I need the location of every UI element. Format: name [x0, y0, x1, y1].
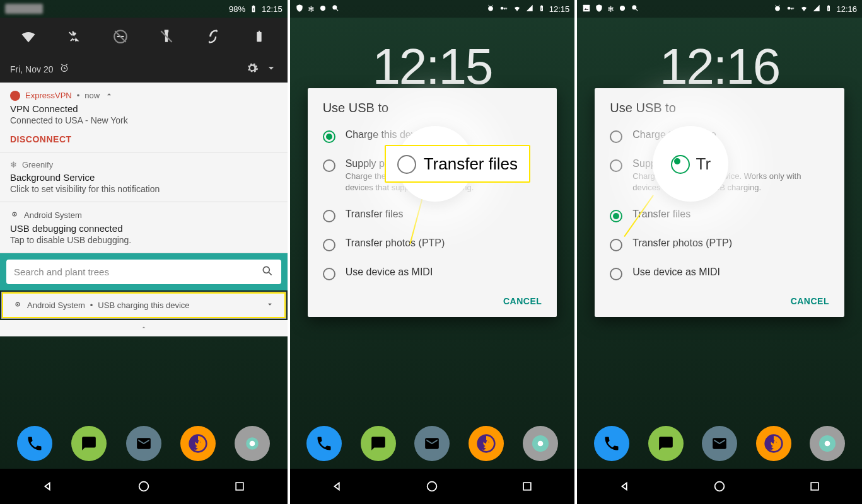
- chevron-down-icon[interactable]: [265, 300, 274, 311]
- battery-charging-icon: [538, 4, 545, 14]
- disconnect-button[interactable]: DISCONNECT: [10, 125, 277, 144]
- wifi-icon[interactable]: [18, 26, 38, 47]
- radio-icon: [610, 210, 622, 222]
- notification-title: USB debugging connected: [10, 223, 277, 234]
- mail-icon[interactable]: [126, 426, 161, 461]
- radio-icon: [323, 268, 335, 280]
- navigation-bar: [290, 469, 575, 504]
- camera-icon[interactable]: [810, 426, 845, 461]
- radio-icon: [323, 159, 335, 172]
- firefox-icon[interactable]: [469, 426, 504, 461]
- expressvpn-icon: [10, 91, 20, 101]
- messages-icon[interactable]: [361, 426, 396, 461]
- svg-point-24: [622, 7, 623, 8]
- radio-icon: [323, 239, 335, 251]
- notification-title: Background Service: [10, 172, 277, 183]
- status-bar: ❄ 12:16: [577, 0, 862, 18]
- phone-icon[interactable]: [306, 426, 342, 461]
- flashlight-off-icon[interactable]: [156, 26, 177, 47]
- collapse-icon[interactable]: [105, 90, 114, 101]
- battery-icon[interactable]: [249, 26, 269, 47]
- recent-button[interactable]: [518, 478, 536, 495]
- alarm-icon[interactable]: [59, 63, 69, 75]
- home-button[interactable]: [135, 478, 153, 495]
- status-time: 12:15: [549, 4, 570, 14]
- phone-icon[interactable]: [17, 426, 52, 461]
- svg-point-25: [632, 5, 636, 9]
- phone-icon[interactable]: [594, 426, 629, 461]
- radio-icon: [610, 159, 622, 172]
- back-button[interactable]: [616, 478, 634, 495]
- app-name: Greenify: [22, 160, 53, 169]
- messages-icon[interactable]: [648, 426, 684, 461]
- app-name: Android System: [24, 210, 82, 220]
- recent-button[interactable]: [806, 478, 824, 495]
- quick-settings: Fri, Nov 20: [0, 18, 288, 83]
- recent-button[interactable]: [231, 478, 248, 495]
- vpn-key-icon: [499, 4, 509, 14]
- svg-point-13: [322, 7, 323, 8]
- svg-point-4: [263, 266, 269, 273]
- status-time: 12:15: [262, 4, 282, 14]
- wifi-icon: [513, 4, 521, 14]
- firefox-icon[interactable]: [756, 426, 791, 461]
- search-input[interactable]: Search and plant trees: [6, 260, 281, 284]
- camera-icon[interactable]: [523, 426, 558, 461]
- cancel-button[interactable]: CANCEL: [503, 296, 542, 306]
- radio-transfer-photos[interactable]: Transfer photos (PTP): [595, 230, 844, 259]
- settings-icon[interactable]: [246, 62, 259, 76]
- notification-title: VPN Connected: [10, 103, 277, 114]
- svg-point-14: [333, 5, 337, 9]
- radio-midi[interactable]: Use device as MIDI: [308, 259, 557, 288]
- wifi-icon: [800, 4, 808, 14]
- notification-time: now: [84, 91, 100, 100]
- notification-greenify[interactable]: ❄ Greenify Background Service Click to s…: [0, 152, 288, 202]
- vpn-key-icon: [786, 4, 796, 14]
- home-button[interactable]: [423, 478, 441, 495]
- camera-icon[interactable]: [235, 426, 270, 461]
- mail-icon[interactable]: [702, 426, 737, 461]
- home-button[interactable]: [711, 478, 728, 495]
- autorotate-icon[interactable]: [203, 26, 223, 47]
- search-icon: [331, 4, 340, 14]
- navigation-bar: [577, 469, 862, 504]
- dnd-off-icon[interactable]: [110, 26, 131, 47]
- svg-rect-32: [811, 483, 818, 490]
- app-name: ExpressVPN: [25, 91, 72, 100]
- expand-arrow-icon[interactable]: [265, 62, 277, 76]
- status-bar: 98% 12:15: [0, 0, 288, 18]
- notification-usb-charging[interactable]: Android System • USB charging this devic…: [2, 292, 286, 318]
- battery-text: 98%: [229, 4, 245, 14]
- drag-handle-icon[interactable]: [0, 320, 288, 336]
- firefox-icon[interactable]: [180, 426, 216, 461]
- svg-point-16: [501, 6, 504, 9]
- status-bar: ❄ 12:15: [290, 0, 575, 18]
- radio-transfer-files[interactable]: Transfer files: [308, 201, 557, 230]
- radio-icon: [610, 130, 622, 143]
- leaf-icon: ❄: [308, 4, 315, 14]
- dock: [290, 418, 575, 469]
- carrier-blurred: [5, 4, 43, 14]
- callout-bubble: Transfer files: [397, 126, 473, 202]
- search-icon: [261, 265, 274, 279]
- app-name: Android System: [27, 301, 85, 310]
- radio-midi[interactable]: Use device as MIDI: [595, 259, 844, 288]
- mail-icon[interactable]: [414, 426, 450, 461]
- notification-vpn[interactable]: ExpressVPN • now VPN Connected Connected…: [0, 83, 288, 152]
- battery-charging-icon: [249, 4, 258, 13]
- usb-text: USB charging this device: [98, 301, 189, 310]
- back-button[interactable]: [39, 478, 57, 495]
- notification-body: Tap to disable USB debugging.: [10, 235, 277, 245]
- bluetooth-off-icon[interactable]: [64, 26, 84, 47]
- notification-body: Click to set visibility for this notific…: [10, 184, 277, 194]
- messages-icon[interactable]: [71, 426, 107, 461]
- notification-usb-debugging[interactable]: Android System USB debugging connected T…: [0, 202, 288, 253]
- greenify-icon: ❄: [10, 160, 17, 169]
- cancel-button[interactable]: CANCEL: [791, 296, 829, 306]
- panel-usb-dialog-unselected: ❄ 12:15 12:15 Use USB to Charge this dev…: [288, 0, 575, 504]
- back-button[interactable]: [329, 478, 346, 495]
- radio-transfer-photos[interactable]: Transfer photos (PTP): [308, 230, 557, 259]
- radio-icon: [323, 130, 335, 143]
- svg-point-27: [788, 6, 791, 9]
- radio-icon: [610, 239, 622, 251]
